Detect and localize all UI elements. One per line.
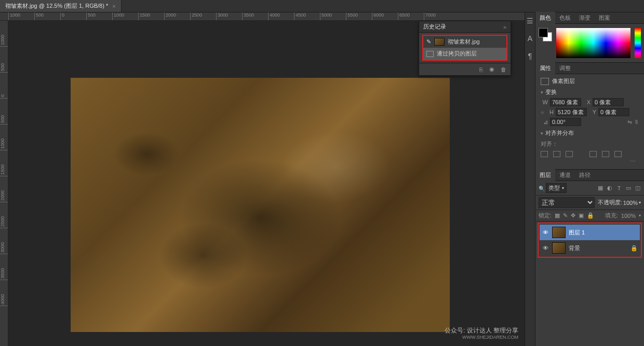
y-input[interactable] xyxy=(598,108,629,116)
new-document-from-state-icon[interactable]: ⎘ xyxy=(479,66,483,73)
hue-slider[interactable] xyxy=(635,28,641,58)
link-icon[interactable]: ⟐ xyxy=(541,109,544,115)
align-bottom-icon[interactable] xyxy=(614,151,622,157)
align-buttons xyxy=(541,151,639,157)
history-item-open[interactable]: ✎ 褶皱素材.jpg xyxy=(423,36,506,48)
visibility-icon[interactable]: 👁 xyxy=(542,245,549,251)
flip-horizontal-icon[interactable]: ⇋ xyxy=(627,119,632,126)
align-label: 对齐： xyxy=(541,140,558,148)
align-section-header[interactable]: 对齐并分布 xyxy=(541,129,639,137)
close-icon[interactable]: × xyxy=(112,3,115,9)
layer-name[interactable]: 图层 1 xyxy=(569,229,585,237)
layer-kind: 像素图层 xyxy=(552,77,575,85)
document-tab-title: 褶皱素材.jpg @ 12.5% (图层 1, RGB/8) * xyxy=(5,2,108,10)
ruler-horizontal: 1000500050010001500200025003000350040004… xyxy=(0,12,525,21)
canvas-viewport[interactable]: 历史记录 » ✎ 褶皱素材.jpg 通过拷贝的图层 xyxy=(8,21,525,346)
collapse-icon[interactable]: » xyxy=(503,24,506,30)
document-tab-bar: 褶皱素材.jpg @ 12.5% (图层 1, RGB/8) * × xyxy=(0,0,644,12)
align-right-icon[interactable] xyxy=(566,151,573,157)
document-tab[interactable]: 褶皱素材.jpg @ 12.5% (图层 1, RGB/8) * × xyxy=(0,0,122,12)
blend-mode-select[interactable]: 正常 xyxy=(539,197,595,208)
history-dock-icon[interactable]: ☰ xyxy=(527,17,533,25)
layers-highlight: 👁 图层 1 👁 背景 🔒 xyxy=(538,223,642,258)
width-input[interactable] xyxy=(550,98,581,106)
history-thumb xyxy=(434,38,445,46)
opacity-value[interactable]: 100% xyxy=(623,200,638,206)
color-panel: 颜色 色板 渐变 图案 xyxy=(535,12,644,63)
history-panel: 历史记录 » ✎ 褶皱素材.jpg 通过拷贝的图层 xyxy=(419,21,511,76)
align-hcenter-icon[interactable] xyxy=(553,151,560,157)
lock-transparent-icon[interactable]: ▩ xyxy=(555,212,560,219)
tab-gradients[interactable]: 渐变 xyxy=(575,12,595,24)
x-label: X xyxy=(583,99,591,105)
color-spectrum[interactable] xyxy=(556,28,630,58)
filter-type-icon[interactable]: T xyxy=(616,185,622,191)
history-item-label: 通过拷贝的图层 xyxy=(437,50,477,58)
align-vcenter-icon[interactable] xyxy=(602,151,609,157)
tab-color[interactable]: 颜色 xyxy=(535,12,555,24)
height-label: H xyxy=(546,109,554,115)
lock-label: 锁定: xyxy=(539,212,552,219)
width-label: W xyxy=(541,99,548,105)
tab-layers[interactable]: 图层 xyxy=(535,169,555,181)
pixel-layer-icon xyxy=(541,78,549,85)
layers-panel: 图层 通道 路径 类型▾ ▦ ◐ T ▭ xyxy=(535,170,644,346)
opacity-label: 不透明度: xyxy=(598,199,622,206)
lock-all-icon[interactable]: 🔒 xyxy=(587,212,594,219)
layer-name[interactable]: 背景 xyxy=(569,244,580,252)
y-label: Y xyxy=(589,109,596,115)
brush-icon: ✎ xyxy=(426,38,431,45)
fill-value[interactable]: 100% xyxy=(621,213,636,219)
layer-thumb xyxy=(552,242,566,254)
visibility-icon[interactable]: 👁 xyxy=(542,229,549,236)
history-highlight: ✎ 褶皱素材.jpg 通过拷贝的图层 xyxy=(422,35,507,61)
filter-adjust-icon[interactable]: ◐ xyxy=(607,185,613,191)
align-left-icon[interactable] xyxy=(541,151,548,157)
mini-dock: ☰ A ¶ xyxy=(525,12,535,346)
snapshot-icon[interactable]: ◉ xyxy=(489,66,494,73)
tab-channels[interactable]: 通道 xyxy=(555,169,575,181)
history-item-copy-layer[interactable]: 通过拷贝的图层 xyxy=(423,48,506,60)
watermark: 公众号: 设计达人 整理分享 WWW.SHEJIDAREN.COM xyxy=(445,327,518,341)
tab-properties[interactable]: 属性 xyxy=(535,62,555,74)
lock-artboard-icon[interactable]: ▣ xyxy=(579,212,584,219)
trash-icon[interactable]: 🗑 xyxy=(501,66,506,73)
more-options-icon[interactable]: ⋯ xyxy=(541,157,639,166)
flip-vertical-icon[interactable]: ⥮ xyxy=(634,119,639,126)
height-input[interactable] xyxy=(556,108,587,116)
search-icon xyxy=(539,185,545,191)
x-input[interactable] xyxy=(593,98,624,106)
tab-paths[interactable]: 路径 xyxy=(575,169,595,181)
layer-item[interactable]: 👁 图层 1 xyxy=(540,225,640,240)
transform-section-header[interactable]: 变换 xyxy=(541,88,639,96)
history-title: 历史记录 xyxy=(423,23,446,31)
document-canvas[interactable] xyxy=(71,78,450,332)
history-item-label: 褶皱素材.jpg xyxy=(448,38,480,46)
align-top-icon[interactable] xyxy=(589,151,597,157)
tab-patterns[interactable]: 图案 xyxy=(595,12,614,24)
paragraph-dock-icon[interactable]: ¶ xyxy=(528,52,532,60)
properties-panel: 属性 调整 像素图层 变换 W X xyxy=(535,63,644,170)
filter-shape-icon[interactable]: ▭ xyxy=(625,185,632,191)
angle-input[interactable] xyxy=(550,118,581,126)
foreground-background-swatch[interactable] xyxy=(539,28,552,41)
layer-thumb xyxy=(552,227,566,238)
lock-position-icon[interactable]: ✥ xyxy=(571,212,575,219)
layer-item[interactable]: 👁 背景 🔒 xyxy=(540,240,640,256)
layer-filter-type[interactable]: 类型▾ xyxy=(539,183,567,193)
character-dock-icon[interactable]: A xyxy=(528,34,532,43)
lock-icon: 🔒 xyxy=(630,245,638,252)
filter-smart-icon[interactable]: ◫ xyxy=(635,185,641,191)
tab-swatches[interactable]: 色板 xyxy=(555,12,575,24)
lock-paint-icon[interactable]: ✎ xyxy=(563,212,568,219)
layer-icon xyxy=(426,51,434,57)
fill-label: 填充: xyxy=(605,212,618,219)
ruler-vertical: 100050005001000150020002500300035004000 xyxy=(0,21,8,346)
tab-adjustments[interactable]: 调整 xyxy=(555,62,575,74)
angle-icon: ⊿ xyxy=(541,119,548,126)
filter-pixel-icon[interactable]: ▦ xyxy=(597,185,603,191)
